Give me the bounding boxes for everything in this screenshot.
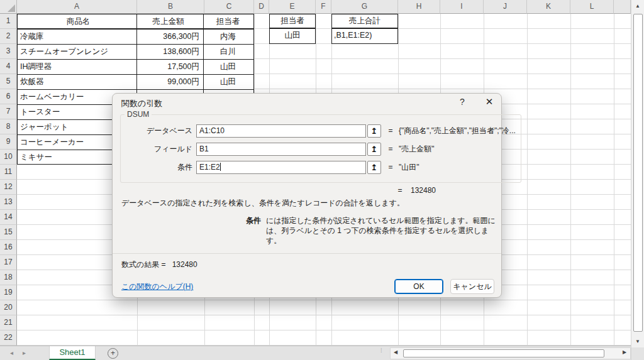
table-row: IH調理器17,500円山田: [18, 60, 253, 75]
row-header-1[interactable]: 1: [0, 14, 17, 29]
function-description: データベースの指定された列を検索し、条件を満たすレコードの合計を返します。: [121, 198, 495, 209]
row-header-14[interactable]: 14: [0, 210, 17, 225]
criteria-result: "山田": [399, 162, 419, 173]
equals-sign: =: [387, 126, 394, 135]
cancel-button[interactable]: キャンセル: [450, 279, 494, 294]
criteria-range[interactable]: 担当者 山田: [269, 14, 316, 44]
table-cell[interactable]: 内海: [204, 30, 252, 44]
criteria-field-row: 条件 E1:E2 ↥ = "山田": [122, 160, 516, 174]
table-cell[interactable]: IH調理器: [18, 60, 137, 74]
scroll-left-icon[interactable]: ◀: [394, 349, 397, 355]
row-header-7[interactable]: 7: [0, 104, 17, 119]
row-header-13[interactable]: 13: [0, 195, 17, 210]
row-header-12[interactable]: 12: [0, 180, 17, 195]
criteria-header-cell[interactable]: 担当者: [270, 14, 315, 29]
column-header-C[interactable]: C: [204, 0, 254, 14]
field-range-picker-icon[interactable]: ↥: [367, 143, 381, 156]
column-header-D[interactable]: D: [254, 0, 269, 14]
field-input[interactable]: B1: [196, 143, 366, 156]
gridline: [527, 14, 528, 346]
horizontal-scrollbar[interactable]: ◀ ▶: [390, 347, 631, 359]
criteria-input[interactable]: E1:E2: [196, 161, 366, 174]
gridline: [570, 14, 571, 346]
formula-preview-value: 132480: [411, 186, 436, 195]
vertical-scrollbar[interactable]: ▲ ▼: [631, 0, 644, 347]
row-header-2[interactable]: 2: [0, 29, 17, 44]
table-cell[interactable]: 366,300円: [137, 30, 204, 44]
row-header-21[interactable]: 21: [0, 315, 17, 330]
total-range[interactable]: 売上合計 ,B1,E1:E2): [331, 14, 398, 44]
row-header-17[interactable]: 17: [0, 255, 17, 270]
close-icon[interactable]: ✕: [481, 96, 497, 110]
equals-sign: =: [387, 163, 394, 172]
horizontal-scrollbar-thumb[interactable]: [403, 349, 604, 357]
dialog-help-icon[interactable]: ?: [455, 97, 470, 109]
row-header-3[interactable]: 3: [0, 44, 17, 59]
function-group-box: DSUM データベース A1:C10 ↥ = {"商品名","売上金額","担当…: [120, 110, 521, 183]
table-header-cell[interactable]: 売上金額: [137, 14, 204, 28]
row-header-16[interactable]: 16: [0, 240, 17, 255]
table-cell[interactable]: 17,500円: [137, 60, 204, 74]
field-label: フィールド: [122, 144, 192, 155]
row-header-5[interactable]: 5: [0, 74, 17, 89]
function-arguments-dialog: 関数の引数 ? ✕ DSUM データベース A1:C10 ↥ = {"商品名",…: [112, 93, 502, 298]
text-cursor: [220, 163, 221, 171]
formula-overflow-cell[interactable]: ,B1,E1:E2): [332, 29, 397, 43]
scroll-right-icon[interactable]: ▶: [623, 349, 626, 355]
table-cell[interactable]: 138,600円: [137, 45, 204, 59]
scroll-down-icon[interactable]: ▼: [631, 339, 644, 344]
row-header-22[interactable]: 22: [0, 330, 17, 346]
table-cell[interactable]: 白川: [204, 45, 252, 59]
column-header-G[interactable]: G: [331, 0, 398, 14]
table-cell[interactable]: 99,000円: [137, 75, 204, 89]
vertical-scrollbar-thumb[interactable]: [633, 14, 643, 332]
column-header-H[interactable]: H: [398, 0, 440, 14]
select-all-corner[interactable]: [0, 0, 17, 14]
row-header-20[interactable]: 20: [0, 300, 17, 315]
column-header-L[interactable]: L: [570, 0, 614, 14]
column-header-J[interactable]: J: [484, 0, 527, 14]
row-header-15[interactable]: 15: [0, 225, 17, 240]
table-header-cell[interactable]: 商品名: [18, 14, 137, 28]
tab-splitter-handle[interactable]: ⁞: [380, 348, 382, 353]
table-cell[interactable]: 山田: [204, 75, 252, 89]
column-header-I[interactable]: I: [440, 0, 484, 14]
tab-sheet1[interactable]: Sheet1: [49, 346, 96, 360]
database-label: データベース: [122, 126, 192, 136]
row-header-8[interactable]: 8: [0, 119, 17, 134]
criteria-value-cell[interactable]: 山田: [270, 29, 315, 43]
prev-sheet-icon[interactable]: ◂: [10, 349, 13, 356]
row-header-10[interactable]: 10: [0, 150, 17, 165]
scroll-up-icon[interactable]: ▲: [631, 3, 644, 9]
row-header-11[interactable]: 11: [0, 165, 17, 180]
table-row: 炊飯器99,000円山田: [18, 75, 253, 90]
row-header-9[interactable]: 9: [0, 134, 17, 150]
next-sheet-icon[interactable]: ▸: [23, 349, 26, 356]
database-field-row: データベース A1:C10 ↥ = {"商品名","売上金額","担当者";"冷…: [122, 124, 516, 138]
argument-help-text: には指定した条件が設定されているセル範囲を指定します。範囲には、列ラベルとその …: [266, 215, 502, 246]
column-header-K[interactable]: K: [527, 0, 570, 14]
add-sheet-button[interactable]: +: [108, 348, 118, 359]
function-help-link[interactable]: この関数のヘルプ(H): [121, 281, 193, 292]
row-header-6[interactable]: 6: [0, 89, 17, 104]
ok-button[interactable]: OK: [394, 279, 443, 294]
database-result: {"商品名","売上金額","担当者";"冷...: [399, 126, 516, 136]
database-range-picker-icon[interactable]: ↥: [367, 124, 381, 138]
total-header-cell[interactable]: 売上合計: [332, 14, 397, 29]
table-cell[interactable]: スチームオーブンレンジ: [18, 45, 137, 59]
criteria-range-picker-icon[interactable]: ↥: [367, 161, 381, 174]
column-header-E[interactable]: E: [269, 0, 316, 14]
row-header-19[interactable]: 19: [0, 285, 17, 300]
row-header-18[interactable]: 18: [0, 270, 17, 285]
table-header-cell[interactable]: 担当者: [204, 14, 252, 28]
column-header-partial[interactable]: [614, 0, 631, 14]
table-cell[interactable]: 山田: [204, 60, 252, 74]
column-header-B[interactable]: B: [137, 0, 204, 14]
row-header-4[interactable]: 4: [0, 59, 17, 74]
column-header-F[interactable]: F: [316, 0, 331, 14]
column-header-A[interactable]: A: [17, 0, 137, 14]
table-cell[interactable]: 冷蔵庫: [18, 30, 137, 44]
argument-help: 条件 には指定した条件が設定されているセル範囲を指定します。範囲には、列ラベルと…: [246, 215, 502, 246]
table-cell[interactable]: 炊飯器: [18, 75, 137, 89]
database-input[interactable]: A1:C10: [196, 124, 366, 138]
